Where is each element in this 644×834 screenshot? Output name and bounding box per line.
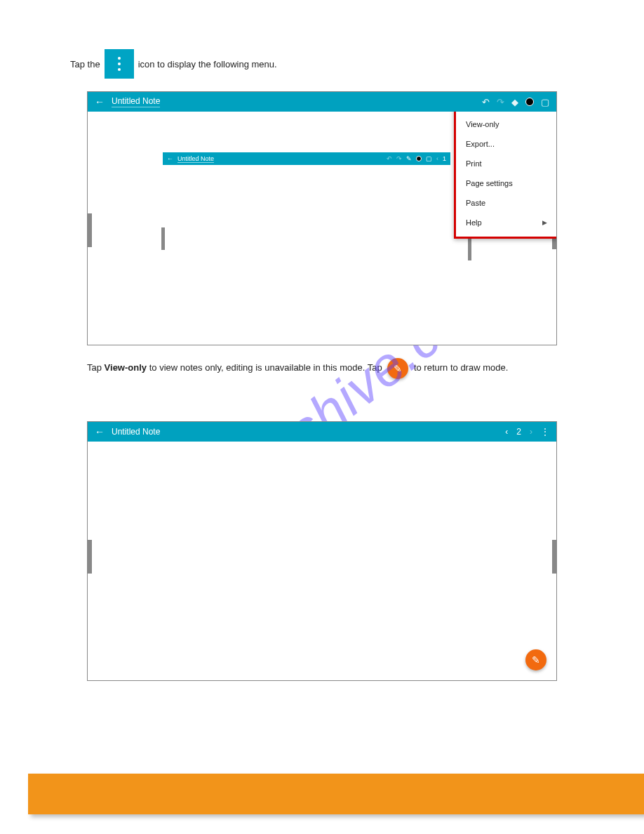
inner-prev-icon[interactable]: ‹ <box>436 155 438 162</box>
edit-fab-button[interactable]: ✎ <box>525 649 546 670</box>
more-menu-icon <box>105 49 134 79</box>
inner-pen-icon[interactable]: ✎ <box>406 155 412 162</box>
intro-prefix: Tap the <box>70 59 100 70</box>
screenshot-view-only: ← Untitled Note ‹ 2 › ⋮ ✎ <box>87 421 557 681</box>
view-more-icon[interactable]: ⋮ <box>541 427 549 437</box>
overflow-menu: View-only Export... Print Page settings … <box>454 112 556 239</box>
inner-image-icon[interactable]: ▢ <box>426 155 432 162</box>
page-navigation: ‹ 2 › ⋮ <box>505 427 549 437</box>
view-title: Untitled Note <box>112 427 160 437</box>
screenshot-menu-expanded: ← Untitled Note ↶ ↷ ◆ ▢ ← Untitled Note … <box>87 91 557 345</box>
intro-line: Tap the icon to display the following me… <box>70 49 574 79</box>
menu-export[interactable]: Export... <box>456 134 556 154</box>
inner-page-number: 1 <box>443 155 446 162</box>
page-footer <box>28 774 644 814</box>
undo-icon[interactable]: ↶ <box>482 97 490 107</box>
eraser-icon[interactable]: ◆ <box>511 97 518 107</box>
note-toolbar: ← Untitled Note ↶ ↷ ◆ ▢ <box>88 92 556 112</box>
view-right-tab[interactable] <box>552 540 556 574</box>
next-page-icon[interactable]: › <box>530 427 532 437</box>
cap-seg5: draw mode. <box>460 362 508 373</box>
prev-page-icon[interactable]: ‹ <box>505 427 508 437</box>
menu-view-only[interactable]: View-only <box>456 114 556 134</box>
view-back-icon[interactable]: ← <box>95 426 105 437</box>
menu-paste[interactable]: Paste <box>456 193 556 213</box>
inner-color-dot-icon[interactable] <box>416 156 422 161</box>
color-dot-icon[interactable] <box>525 98 534 106</box>
submenu-arrow-icon: ▶ <box>542 219 547 226</box>
menu-print[interactable]: Print <box>456 154 556 173</box>
inner-right-tab <box>468 238 471 260</box>
redo-icon[interactable]: ↷ <box>497 97 504 107</box>
inner-back-icon[interactable]: ← <box>167 155 173 162</box>
cap-seg1: Tap <box>87 362 102 373</box>
page-content: Tap the icon to display the following me… <box>0 0 644 681</box>
view-toolbar: ← Untitled Note ‹ 2 › ⋮ <box>88 422 556 442</box>
inner-left-tab <box>161 227 165 250</box>
inner-title: Untitled Note <box>177 155 214 163</box>
back-arrow-icon[interactable]: ← <box>95 96 105 107</box>
inner-note-toolbar: ← Untitled Note ↶ ↷ ✎ ▢ ‹ 1 <box>163 152 450 165</box>
view-left-tab[interactable] <box>88 540 92 574</box>
menu-page-settings[interactable]: Page settings <box>456 173 556 193</box>
menu-help[interactable]: Help▶ <box>456 213 556 232</box>
image-icon[interactable]: ▢ <box>541 97 549 107</box>
intro-suffix: icon to display the following menu. <box>138 59 277 70</box>
cap-seg2: View-only <box>105 362 147 373</box>
left-side-tab[interactable] <box>88 213 92 247</box>
inner-undo-icon[interactable]: ↶ <box>387 155 392 162</box>
note-title[interactable]: Untitled Note <box>112 96 160 107</box>
vertical-dots-icon <box>118 57 121 71</box>
page-number: 2 <box>516 427 521 437</box>
inner-redo-icon[interactable]: ↷ <box>396 155 402 162</box>
